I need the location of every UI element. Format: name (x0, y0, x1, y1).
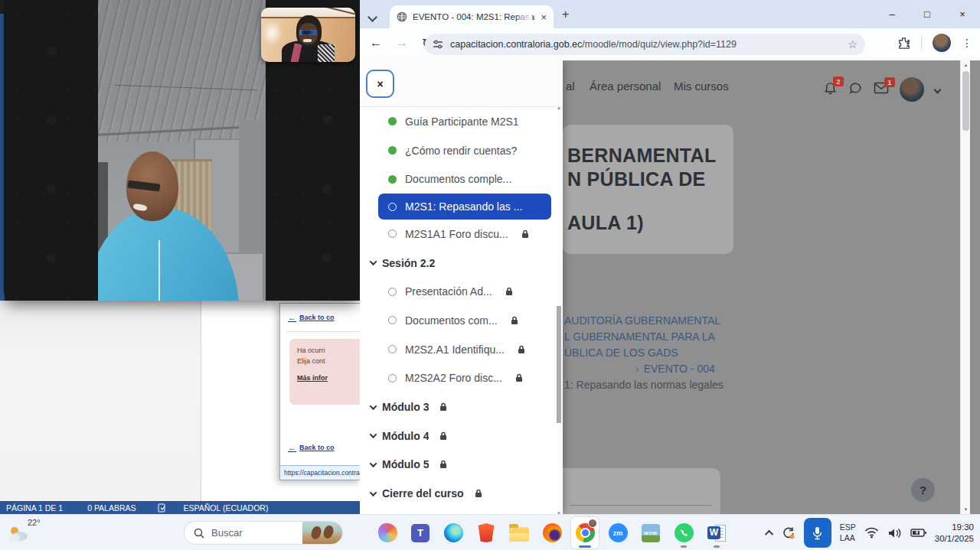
drawer-item-m2s1a1-foro[interactable]: M2S1A1 Foro discu... (360, 220, 563, 249)
drawer-item-documentos[interactable]: Documentos comple... (360, 164, 563, 194)
drawer-item-documentos-com[interactable]: Documentos com... (360, 306, 563, 335)
back-to-course-link-bottom[interactable]: ← Back to co (288, 443, 335, 452)
scroll-up-icon[interactable]: ▲ (961, 63, 971, 67)
chevron-down-icon (370, 489, 377, 496)
drawer-section-modulo-3[interactable]: Módulo 3 (360, 392, 563, 421)
tab-title-fade (515, 8, 532, 25)
more-info-link[interactable]: Más infor (297, 373, 361, 384)
scroll-down-icon[interactable]: ▼ (961, 507, 971, 512)
drawer-section-modulo-4[interactable]: Módulo 4 (360, 421, 563, 451)
drawer-section-cierre-del-curso[interactable]: Cierre del curso (360, 479, 563, 508)
new-tab-button[interactable]: + (562, 8, 569, 21)
open-app-indicator (681, 545, 687, 548)
site-settings-icon[interactable] (433, 39, 443, 50)
wifi-icon[interactable] (864, 527, 879, 539)
browser-menu-icon[interactable]: ⋮ (962, 37, 972, 49)
browser-profile-avatar[interactable] (933, 34, 951, 52)
messages-chat-icon[interactable] (848, 81, 863, 99)
address-bar[interactable]: capacitacion.contraloria.gob.ec/moodle/m… (425, 34, 865, 55)
drawer-item-m2s2a2-foro[interactable]: M2S2A2 Foro disc... (360, 364, 563, 393)
user-menu-chevron-icon[interactable] (934, 86, 942, 93)
nav-item-truncated[interactable]: al (566, 80, 575, 93)
breadcrumb-link[interactable]: AUDITORÍA GUBERNAMENTAL (564, 314, 720, 327)
extensions-icon[interactable] (897, 37, 910, 50)
back-button[interactable]: ← (370, 36, 382, 50)
jacket-zipper (158, 240, 160, 301)
taskbar-zoom-icon[interactable]: zm (604, 517, 632, 548)
nav-item-area-personal[interactable]: Área personal (590, 80, 661, 93)
window-maximize-button[interactable]: □ (910, 8, 945, 20)
taskbar-pinned-apps: T zm WOW W (374, 517, 730, 548)
tab-search-chevron-icon[interactable] (369, 10, 378, 19)
chevron-down-icon (370, 258, 377, 265)
window-close-button[interactable]: × (945, 8, 980, 20)
taskbar-wordwall-icon[interactable]: WOW (637, 517, 665, 548)
mail-icon[interactable]: 1 (874, 82, 889, 97)
speaker-icon[interactable] (887, 527, 902, 539)
moodle-error-popup-window[interactable]: ← Back to co Ha ocurri Elija cont Más in… (279, 303, 361, 480)
breadcrumb-link[interactable]: ÚBLICA DE LOS GADS (564, 347, 678, 359)
word-proofing-icon[interactable] (158, 503, 167, 513)
forward-button[interactable]: → (396, 36, 408, 50)
taskbar-search-box[interactable]: Buscar (184, 521, 343, 545)
drawer-item-m2s2a1[interactable]: M2S2.A1 Identifiqu... (360, 335, 563, 364)
search-placeholder: Buscar (211, 527, 302, 539)
scrollbar-thumb[interactable] (962, 71, 969, 131)
sync-tray-icon[interactable] (782, 526, 795, 540)
taskbar-clock[interactable]: 19:3030/1/2025 (935, 522, 974, 545)
page-scrollbar[interactable]: ▲ ▼ (960, 60, 970, 514)
window-minimize-button[interactable]: – (874, 8, 910, 20)
microphone-in-use-button[interactable] (804, 518, 831, 548)
weather-widget[interactable]: 22° (8, 517, 52, 548)
whatsapp-video-call-window[interactable] (4, 0, 360, 301)
course-title-line: BERNAMENTAL (567, 144, 733, 168)
back-to-course-link-top[interactable]: ← Back to co (288, 313, 335, 322)
completed-dot-icon (388, 117, 397, 125)
search-highlight-image[interactable] (302, 521, 342, 545)
breadcrumb-separator-icon: › (635, 363, 639, 375)
taskbar-file-explorer-icon[interactable] (505, 517, 533, 548)
open-app-indicator (714, 545, 720, 548)
taskbar-word-icon[interactable]: W (703, 517, 730, 548)
drawer-close-button[interactable]: × (366, 70, 394, 98)
taskbar-edge-icon[interactable] (439, 517, 467, 548)
drawer-scrollbar[interactable]: ▲ ▼ (557, 109, 562, 513)
battery-icon[interactable] (910, 528, 926, 538)
nav-item-mis-cursos[interactable]: Mis cursos (674, 80, 729, 93)
word-word-count[interactable]: 0 PALABRAS (87, 503, 136, 513)
drawer-section-sesion-2-2[interactable]: Sesión 2.2 (360, 249, 563, 278)
notifications-bell-icon[interactable]: 2 (823, 81, 838, 99)
scroll-up-icon[interactable]: ▲ (555, 106, 563, 110)
completed-dot-icon (388, 146, 397, 155)
taskbar-teams-icon[interactable]: T (407, 517, 434, 548)
word-language-indicator[interactable]: ESPAÑOL (ECUADOR) (184, 503, 269, 513)
browser-titlebar: EVENTO - 004: M2S1: Repasand × + – □ × (360, 0, 980, 28)
self-view-video[interactable] (261, 8, 355, 62)
taskbar-firefox-icon[interactable] (538, 517, 566, 548)
incomplete-circle-icon (388, 374, 397, 382)
hidden-icons-chevron-icon[interactable] (765, 529, 773, 538)
language-indicator[interactable]: ESPLAA (840, 522, 856, 543)
drawer-item-guia-participante[interactable]: Guía Participante M2S1 (360, 107, 563, 136)
taskbar-chrome-icon-active[interactable] (571, 517, 599, 548)
drawer-item-presentacion[interactable]: Presentación Ad... (360, 277, 563, 306)
taskbar-copilot-icon[interactable] (374, 517, 401, 548)
moodle-navbar-dimmed: al Área personal Mis cursos 2 1 (563, 60, 970, 112)
breadcrumb: ›EVENTO - 004 (635, 363, 865, 375)
drawer-scrollbar-thumb[interactable] (557, 306, 561, 423)
user-avatar[interactable] (900, 77, 924, 102)
bookmark-star-icon[interactable]: ☆ (848, 38, 858, 50)
breadcrumb-link-evento[interactable]: EVENTO - 004 (644, 363, 715, 375)
drawer-item-como-rendir[interactable]: ¿Cómo rendir cuentas? (360, 136, 563, 165)
taskbar-whatsapp-icon[interactable] (670, 517, 697, 548)
tab-close-icon[interactable]: × (541, 12, 547, 22)
word-page-indicator[interactable]: PÁGINA 1 DE 1 (6, 503, 63, 513)
breadcrumb-link[interactable]: L GUBERNAMENTAL PARA LA (564, 330, 715, 343)
browser-tab[interactable]: EVENTO - 004: M2S1: Repasand × (390, 5, 554, 28)
lock-icon (505, 287, 513, 296)
chevron-down-icon (370, 460, 377, 467)
help-button[interactable]: ? (911, 478, 935, 502)
drawer-section-modulo-5[interactable]: Módulo 5 (360, 451, 563, 480)
drawer-item-m2s1-current[interactable]: M2S1: Repasando las ... (378, 194, 551, 220)
taskbar-brave-icon[interactable] (472, 517, 500, 548)
